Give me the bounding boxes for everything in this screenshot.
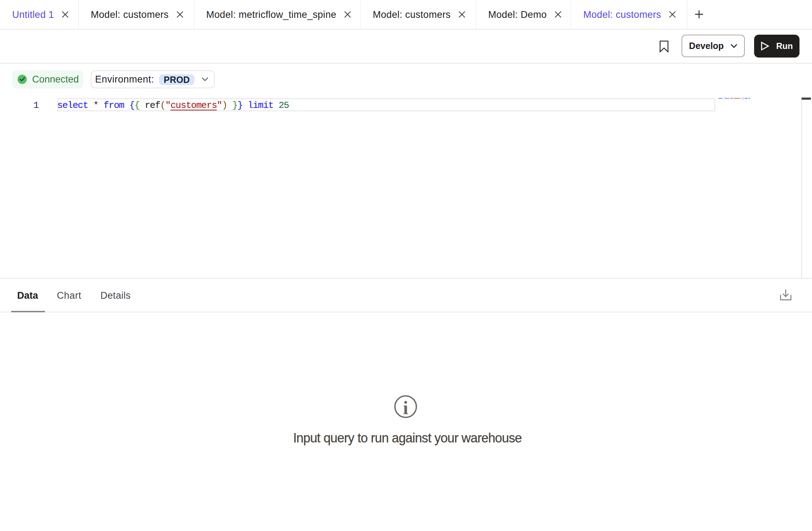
svg-text:i: i (403, 398, 408, 418)
